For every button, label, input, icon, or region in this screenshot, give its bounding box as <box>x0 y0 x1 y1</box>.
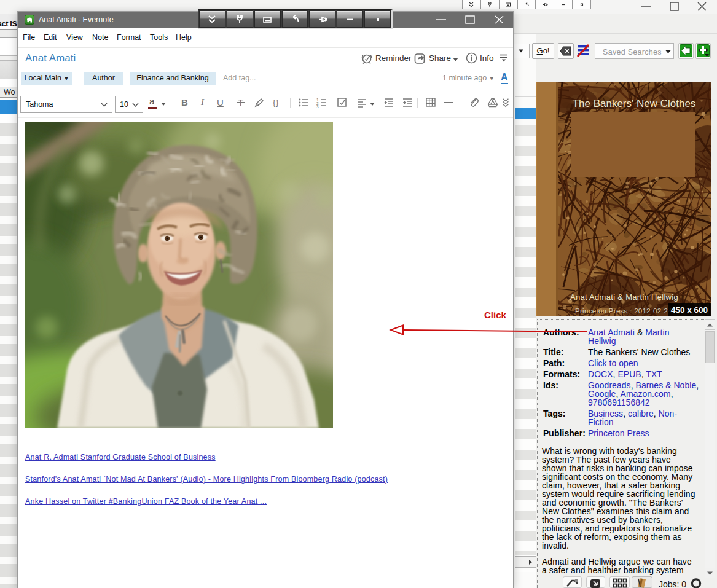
svg-text:Anat Admati & Martin Hellwig: Anat Admati & Martin Hellwig <box>570 292 678 302</box>
svg-text:3: 3 <box>316 104 319 108</box>
svg-text:450 x 600: 450 x 600 <box>671 305 708 315</box>
svg-text:The Bankers' New Clothes: The Bankers' New Clothes <box>573 98 696 109</box>
svg-text:Princeton Press : 2012-02-24: Princeton Press : 2012-02-24 <box>575 307 672 315</box>
